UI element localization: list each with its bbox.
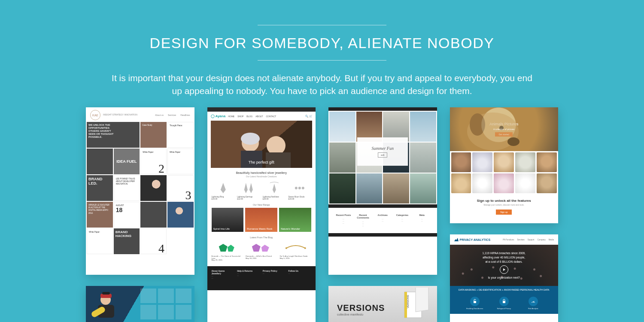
- divider: [258, 60, 386, 61]
- thumbnail-privacy[interactable]: PRIVACY ANALYTICS PA FunctionsServicesSu…: [450, 234, 559, 322]
- search-icon: 🔍 🛒: [305, 115, 312, 118]
- kae-lee: LEE POWNEY TALKS ABOUT DEVELOPER INNOVAT…: [114, 175, 140, 201]
- kae-brand-led: BRAND LED.: [87, 175, 113, 201]
- kae-hero: WE UNLOCK THE OPPORTUNITIES OTHERS HAVEN…: [87, 122, 140, 148]
- ayana-logo: ◯ Ayana: [211, 114, 226, 118]
- privacy-nav: PA FunctionsServicesSupportCompanyMedia: [503, 239, 554, 241]
- svg-marker-13: [219, 244, 227, 252]
- thumbnail-skater[interactable]: [86, 286, 194, 322]
- thumbnail-kae[interactable]: KAE INSIGHT STRATEGY INNOVATION About us…: [86, 107, 194, 275]
- product: Lightning Ring£15.00: [212, 180, 235, 200]
- ayana-blog-title: Latest From The Blog: [207, 232, 316, 240]
- privacy-logo: PRIVACY ANALYTICS: [454, 237, 491, 242]
- summer-overlay: Summer Fun edit: [357, 137, 408, 166]
- versions-title: VERSIONS: [337, 303, 385, 313]
- kae-portrait: [167, 202, 194, 228]
- kae-cell: [87, 149, 113, 174]
- kae-cell: Thought Piece:: [167, 122, 194, 148]
- svg-rect-28: [503, 301, 505, 303]
- heading-block: DESIGN FOR SOMEBODY, ALIENATE NOBODY It …: [0, 0, 644, 98]
- versions-subtitle: collective manifesto: [337, 313, 363, 316]
- privacy-mid: DATA MASKING + DE-IDENTIFICATION + ANONY…: [450, 286, 559, 294]
- page-title: DESIGN FOR SOMEBODY, ALIENATE NOBODY: [0, 25, 644, 60]
- svg-point-6: [267, 136, 286, 155]
- svg-marker-16: [261, 245, 269, 252]
- thumbnail-versions[interactable]: VERSIONS VERSIONS collective manifesto: [328, 286, 437, 322]
- thumbnail-gallery: KAE INSIGHT STRATEGY INNOVATION About us…: [0, 107, 644, 322]
- lock-open-icon: [470, 297, 480, 306]
- skater-illustration: [89, 288, 124, 322]
- svg-text:VERSIONS: VERSIONS: [407, 295, 409, 308]
- blog-post: Emerald — The Stone of Successful LoveMa…: [212, 240, 243, 262]
- svg-point-26: [507, 137, 519, 146]
- edit-button[interactable]: edit: [378, 152, 387, 158]
- kae-logo: KAE: [90, 110, 100, 120]
- nav-item: Services: [168, 114, 176, 116]
- svg-rect-22: [416, 288, 428, 312]
- kae-portrait: [140, 175, 167, 201]
- svg-rect-2: [102, 292, 110, 295]
- ayana-nav: HOMESHOPBLOGABOUTCONTACT: [228, 115, 276, 118]
- svg-point-12: [302, 187, 304, 189]
- ayana-range-title: Our New Range: [207, 200, 316, 208]
- thumbnail-animals[interactable]: Animals Pictures A collection of picture…: [450, 107, 559, 223]
- thumbnail-ayana[interactable]: ◯ Ayana HOMESHOPBLOGABOUTCONTACT 🔍 🛒 The…: [207, 107, 316, 322]
- thumbnail-summer[interactable]: Summer Fun edit Recent Posts——— Recent C…: [328, 107, 437, 275]
- kae-cell: Case Study: [140, 122, 167, 148]
- product: Lightning Necklace£20.00: [263, 180, 286, 200]
- category: Nature's Wonder: [279, 208, 311, 232]
- svg-point-9: [241, 133, 260, 145]
- nav-item: Headlines: [180, 114, 190, 116]
- ayana-subtitle2: Our Latest Handmade Creations: [207, 175, 316, 180]
- animals-hero: Animals Pictures A collection of picture…: [450, 107, 559, 151]
- category: Spiral Into Life: [212, 208, 244, 232]
- book-icon: VERSIONS: [392, 288, 430, 322]
- blog-post: Diamonds — A Girl's Best FriendMay 18, 2…: [246, 240, 277, 262]
- skater-panels: [140, 289, 192, 319]
- gauge-icon: [529, 297, 538, 306]
- kae-tagline: INSIGHT STRATEGY INNOVATION: [103, 114, 137, 116]
- animals-cta: Sign up to unlock all the features Manag…: [450, 194, 559, 221]
- kae-date: AUGUST18: [114, 202, 140, 228]
- signup-button[interactable]: Sign up: [496, 210, 512, 215]
- nav-item: About us: [155, 114, 164, 116]
- summer-grid: Summer Fun edit: [328, 111, 437, 204]
- animals-grid: [450, 151, 559, 194]
- ayana-subtitle: Beautifully handcrafted silver jewellery: [207, 168, 316, 175]
- svg-point-11: [298, 187, 301, 189]
- blog-post: Go To Any Length! Necklace GuideMay 5, 2…: [280, 240, 312, 262]
- privacy-hero: 1,119 HIPAA breaches since 2009, affecti…: [450, 245, 559, 286]
- kae-nav: About us Services Headlines: [155, 114, 190, 116]
- svg-point-18: [304, 247, 306, 249]
- play-icon[interactable]: [500, 265, 508, 274]
- svg-point-24: [470, 113, 485, 136]
- svg-point-17: [285, 247, 287, 249]
- product: Seven Moon Studs£15.00: [288, 180, 311, 200]
- summer-columns: Recent Posts——— Recent Comments——— Archi…: [328, 208, 437, 231]
- ayana-footer: About Ayana Jewellery—— Help & Returns——…: [207, 266, 316, 290]
- svg-point-10: [295, 187, 298, 189]
- svg-rect-7: [241, 151, 262, 168]
- svg-rect-27: [474, 301, 476, 303]
- page-subhead: It is important that your design does no…: [112, 72, 532, 98]
- privacy-icons: Enabling Data Access Safeguard Privacy R…: [450, 294, 559, 314]
- ayana-hero: The perfect gift: [211, 121, 313, 168]
- kae-idea-fuel: IDEA FUEL: [114, 149, 140, 174]
- kae-cell: White Paper:: [167, 149, 194, 174]
- product: Lightning Earrings£12.00: [237, 180, 260, 200]
- kae-cell: White Paper:: [87, 228, 113, 254]
- kae-cell: [140, 202, 167, 228]
- svg-marker-14: [227, 245, 234, 252]
- category: Romance Meets Rock: [245, 208, 277, 232]
- kae-cell: White Paper:2: [140, 149, 167, 174]
- kae-arnaud: ARNAUD LE SAOUTER IN ACTION AT THE DIGIT…: [87, 202, 113, 228]
- lock-icon: [499, 297, 509, 306]
- kae-brand-hacking: BRAND HACKING: [114, 228, 140, 254]
- kae-cell: 3: [167, 175, 194, 201]
- kae-cell: 4: [140, 228, 167, 254]
- svg-marker-15: [252, 244, 261, 252]
